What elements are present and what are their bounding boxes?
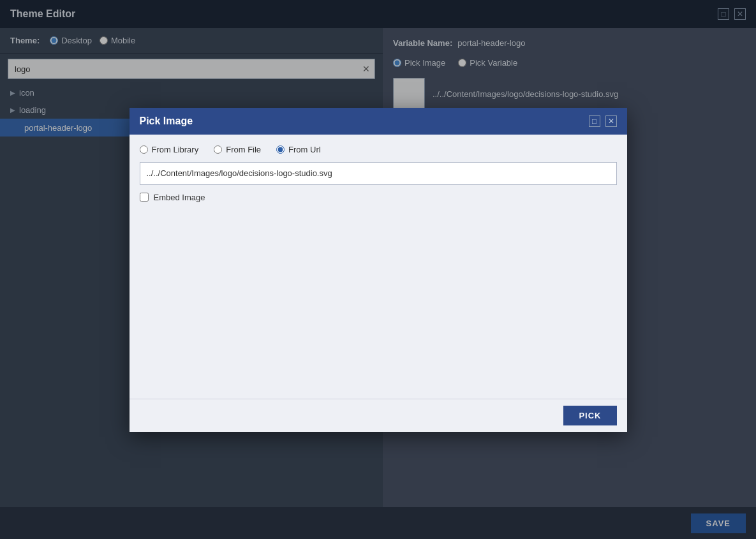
modal-title: Pick Image	[140, 115, 193, 127]
modal-body: From Library From File From Url	[130, 135, 627, 399]
url-input[interactable]	[140, 162, 617, 185]
pick-button[interactable]: PICK	[563, 406, 616, 425]
modal-minimize-button[interactable]: □	[589, 115, 600, 127]
embed-label: Embed Image	[154, 193, 205, 202]
from-file-label: From File	[226, 145, 261, 154]
modal-controls: □ ✕	[589, 115, 617, 127]
from-library-label: From Library	[152, 145, 199, 154]
modal-content-spacer	[140, 210, 617, 388]
pick-source-tabs: From Library From File From Url	[140, 145, 617, 154]
main-window: Theme Editor □ ✕ Theme: Desktop	[0, 0, 756, 539]
from-url-option[interactable]: From Url	[276, 145, 321, 154]
from-url-label: From Url	[288, 145, 321, 154]
modal-footer: PICK	[130, 399, 627, 432]
modal-header: Pick Image □ ✕	[130, 108, 627, 135]
from-library-option[interactable]: From Library	[140, 145, 199, 154]
from-url-radio[interactable]	[276, 145, 285, 154]
embed-checkbox[interactable]	[140, 193, 149, 202]
embed-row: Embed Image	[140, 193, 617, 202]
modal-overlay: Pick Image □ ✕ From Library From File	[0, 0, 756, 539]
from-file-radio[interactable]	[214, 145, 222, 154]
from-library-radio[interactable]	[140, 145, 148, 154]
modal-close-button[interactable]: ✕	[605, 115, 617, 127]
pick-image-modal: Pick Image □ ✕ From Library From File	[130, 108, 627, 432]
from-file-option[interactable]: From File	[214, 145, 261, 154]
